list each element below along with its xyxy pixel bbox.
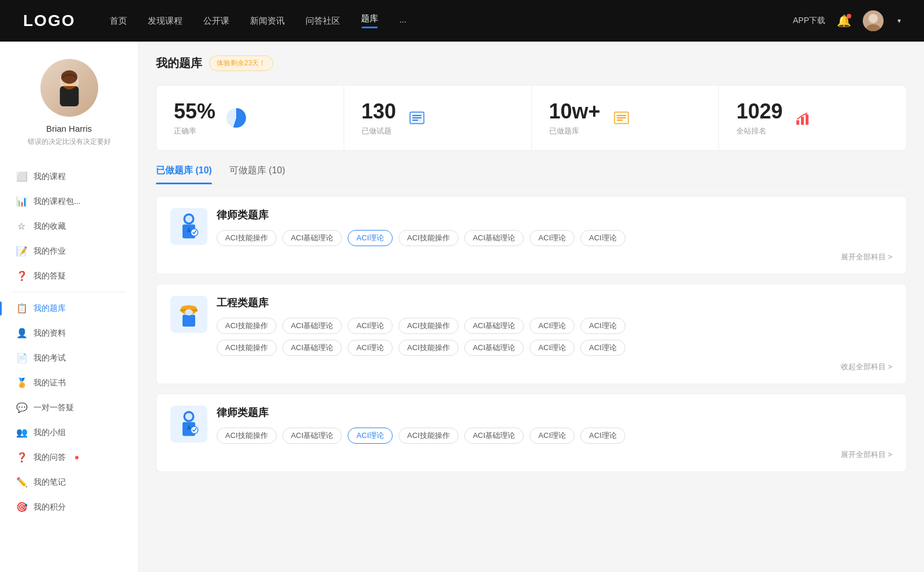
page-title: 我的题库	[156, 55, 202, 71]
expand-link-lawyer2[interactable]: 展开全部科目 >	[217, 450, 892, 460]
qbank-name-lawyer1: 律师类题库	[217, 208, 892, 222]
svg-point-26	[185, 309, 193, 315]
list-orange-icon	[610, 106, 633, 129]
tag[interactable]: ACI技能操作	[398, 318, 459, 334]
tag[interactable]: ACI理论	[530, 340, 575, 356]
question-circle-icon: ❓	[16, 270, 27, 281]
tab-done[interactable]: 已做题库 (10)	[156, 165, 212, 184]
bar-chart-red-icon	[792, 106, 815, 129]
tag-active[interactable]: ACI理论	[348, 428, 393, 444]
tag[interactable]: ACI技能操作	[217, 340, 277, 356]
stat-site-rank-label: 全站排名	[736, 126, 783, 136]
chevron-down-icon[interactable]: ▾	[897, 17, 901, 25]
tag[interactable]: ACI基础理论	[282, 318, 342, 334]
sidebar-item-my-favorites[interactable]: ☆ 我的收藏	[0, 214, 138, 239]
tag[interactable]: ACI理论	[580, 230, 625, 246]
stat-accuracy: 55% 正确率	[157, 86, 344, 150]
svg-rect-12	[617, 115, 626, 116]
nav-link-open[interactable]: 公开课	[203, 16, 229, 27]
tag[interactable]: ACI理论	[530, 230, 575, 246]
sidebar-label-my-questions: 我的答疑	[33, 271, 66, 281]
nav-link-home[interactable]: 首页	[110, 16, 127, 27]
stat-done-banks: 10w+ 已做题库	[532, 86, 720, 150]
sidebar-label-my-homework: 我的作业	[33, 246, 66, 257]
cert-icon: 🏅	[16, 377, 27, 388]
answers-icon: ❓	[16, 452, 27, 463]
bell-icon[interactable]: 🔔	[837, 14, 851, 28]
nav-link-qbank[interactable]: 题库	[361, 13, 378, 28]
svg-rect-17	[806, 114, 808, 125]
nav-link-discover[interactable]: 发现课程	[148, 16, 182, 27]
collapse-link-engineer1[interactable]: 收起全部科目 >	[217, 362, 892, 372]
page-header: 我的题库 体验剩余23天！	[156, 55, 907, 71]
tag[interactable]: ACI技能操作	[398, 428, 459, 444]
profile-motto: 错误的决定比没有决定要好	[28, 137, 111, 147]
sidebar: Brian Harris 错误的决定比没有决定要好 ⬜ 我的课程 📊 我的课程包…	[0, 42, 139, 572]
sidebar-label-my-profile: 我的资料	[33, 328, 66, 339]
tag[interactable]: ACI技能操作	[217, 230, 277, 246]
tag[interactable]: ACI理论	[580, 340, 625, 356]
sidebar-item-my-notes[interactable]: ✏️ 我的笔记	[0, 470, 138, 495]
points-icon: 🎯	[16, 502, 27, 512]
tag[interactable]: ACI基础理论	[464, 428, 524, 444]
engineer-icon	[170, 296, 207, 333]
sidebar-label-my-notes: 我的笔记	[33, 477, 66, 488]
sidebar-item-my-certs[interactable]: 🏅 我的证书	[0, 370, 138, 395]
sidebar-item-my-answers[interactable]: ❓ 我的问答	[0, 445, 138, 470]
profile-name: Brian Harris	[46, 124, 92, 133]
svg-rect-16	[801, 117, 804, 125]
sidebar-item-one-on-one[interactable]: 💬 一对一答疑	[0, 395, 138, 420]
sidebar-item-my-courses[interactable]: ⬜ 我的课程	[0, 164, 138, 189]
sidebar-item-my-points[interactable]: 🎯 我的积分	[0, 495, 138, 519]
sidebar-item-my-homework[interactable]: 📝 我的作业	[0, 239, 138, 263]
stat-site-rank: 1029 全站排名	[719, 86, 906, 150]
stat-done-questions-value: 130	[362, 99, 396, 124]
tag[interactable]: ACI技能操作	[217, 318, 277, 334]
tag[interactable]: ACI理论	[348, 318, 393, 334]
tag[interactable]: ACI技能操作	[398, 230, 459, 246]
avatar[interactable]	[863, 10, 884, 31]
tag[interactable]: ACI理论	[580, 428, 625, 444]
tag[interactable]: ACI基础理论	[282, 340, 342, 356]
sidebar-item-my-questions[interactable]: ❓ 我的答疑	[0, 263, 138, 288]
nav-link-qa[interactable]: 问答社区	[305, 16, 340, 27]
tag[interactable]: ACI基础理论	[282, 230, 342, 246]
tab-todo[interactable]: 可做题库 (10)	[229, 165, 285, 184]
tag[interactable]: ACI技能操作	[398, 340, 459, 356]
layout: Brian Harris 错误的决定比没有决定要好 ⬜ 我的课程 📊 我的课程包…	[0, 42, 924, 572]
sidebar-item-my-course-packages[interactable]: 📊 我的课程包...	[0, 189, 138, 214]
sidebar-item-my-exams[interactable]: 📄 我的考试	[0, 346, 138, 370]
stat-accuracy-label: 正确率	[174, 126, 215, 136]
tag[interactable]: ACI理论	[348, 340, 393, 356]
lawyer-icon-2	[170, 406, 207, 443]
sidebar-label-my-exams: 我的考试	[33, 353, 66, 363]
nav-link-news[interactable]: 新闻资讯	[250, 16, 285, 27]
tag[interactable]: ACI技能操作	[217, 428, 277, 444]
tag[interactable]: ACI理论	[530, 428, 575, 444]
sidebar-item-my-profile[interactable]: 👤 我的资料	[0, 321, 138, 346]
app-download-button[interactable]: APP下载	[793, 16, 825, 26]
sidebar-label-my-group: 我的小组	[33, 428, 66, 438]
svg-point-21	[185, 216, 192, 222]
tags-row-lawyer1: ACI技能操作 ACI基础理论 ACI理论 ACI技能操作 ACI基础理论 AC…	[217, 230, 892, 246]
tag[interactable]: ACI基础理论	[464, 318, 524, 334]
tag[interactable]: ACI基础理论	[282, 428, 342, 444]
list-blue-icon	[405, 106, 429, 129]
expand-link-lawyer1[interactable]: 展开全部科目 >	[217, 252, 892, 262]
svg-rect-14	[617, 120, 623, 121]
star-icon: ☆	[16, 221, 27, 232]
tag[interactable]: ACI基础理论	[464, 340, 524, 356]
nav-link-more[interactable]: ···	[399, 16, 407, 26]
sidebar-item-my-group[interactable]: 👥 我的小组	[0, 420, 138, 445]
svg-point-30	[185, 413, 192, 420]
sidebar-item-my-qbank[interactable]: 📋 我的题库	[0, 296, 138, 321]
tag-active[interactable]: ACI理论	[348, 230, 393, 246]
qbank-section-engineer1: 工程类题库 ACI技能操作 ACI基础理论 ACI理论 ACI技能操作 ACI基…	[156, 284, 907, 384]
svg-rect-8	[412, 115, 422, 116]
divider-1	[12, 292, 126, 292]
lawyer-icon	[170, 208, 207, 245]
svg-rect-25	[182, 315, 195, 327]
tag[interactable]: ACI基础理论	[464, 230, 524, 246]
tag[interactable]: ACI理论	[530, 318, 575, 334]
tag[interactable]: ACI理论	[580, 318, 625, 334]
